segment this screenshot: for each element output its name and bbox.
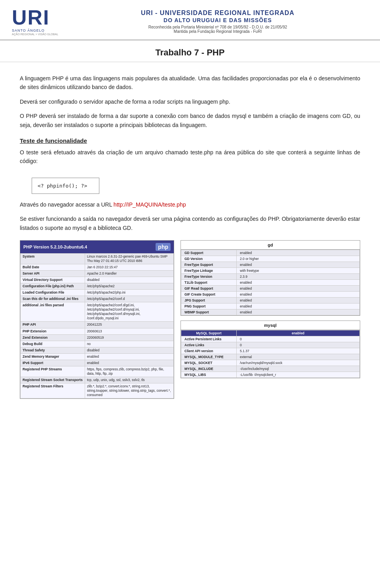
screenshots-area: PHP Version 5.2.10-2ubuntu6.4 php System… — [20, 240, 360, 399]
logo-block: URI SANTO ÂNGELO AÇÃO REGIONAL > VISÃO G… — [12, 7, 59, 36]
page-title: Trabalho 7 - PHP — [0, 47, 380, 58]
table-row: IPv6 Supportenabled — [21, 360, 174, 366]
table-row: MYSQL_LIBS-L/usr/lib -l/mysqlclient_r — [181, 372, 360, 377]
table-row: Configuration File (php.ini) Path/etc/ph… — [21, 283, 174, 290]
php-info-table: SystemLinux marcos 2.6.31-22-generic pae… — [20, 253, 174, 398]
table-row: MySQL Supportenabled — [181, 330, 360, 336]
table-row: Debug Buildno — [21, 341, 174, 347]
logo-tagline: AÇÃO REGIONAL > VISÃO GLOBAL — [12, 33, 58, 36]
table-row: PHP API20041225 — [21, 322, 174, 328]
table-row: MYSQL_SOCKET/var/run/mysqld/mysqld.sock — [181, 360, 360, 366]
page-title-wrap: Trabalho 7 - PHP — [0, 40, 380, 62]
main-content: A linguagem PHP é uma das linguagens mai… — [0, 62, 380, 411]
table-row: GIF Create Supportenabled — [181, 291, 360, 297]
table-row: FreeType Linkagewith freetype — [181, 267, 360, 273]
mysql-table-title: mysql — [181, 321, 360, 330]
code-block: <? phpinfo(); ?> — [32, 178, 99, 194]
table-row: Client API version5.1.37 — [181, 348, 360, 354]
php-logo: php — [156, 243, 171, 251]
conclusion-paragraph: Se estiver funcionando a saída no navega… — [20, 214, 360, 232]
university-name-line1: URI - UNIVERSIDADE REGIONAL INTEGRADA — [67, 9, 368, 17]
table-row: Registered Stream Socket Transportstcp, … — [21, 377, 174, 383]
logo-uri-text: URI — [12, 7, 50, 28]
table-row: Server APIApache 2.0 Handler — [21, 271, 174, 277]
url-paragraph: Através do navegador acessar a URL http:… — [20, 200, 360, 209]
table-row: T1Lib Supportenabled — [181, 279, 360, 285]
header-center: URI - UNIVERSIDADE REGIONAL INTEGRADA DO… — [67, 9, 368, 34]
university-name-line2: DO ALTO URUGUAI E DAS MISSÕES — [67, 17, 368, 23]
mysql-info-table: MySQL SupportenabledActive Persistent Li… — [181, 330, 360, 378]
table-row: FreeType Supportenabled — [181, 262, 360, 267]
table-row: Registered Stream Filterszlib.*, bzip2.*… — [21, 383, 174, 398]
url-link[interactable]: http://IP_MAQUINA/teste.php — [114, 201, 186, 208]
table-row: Virtual Directory Supportdisabled — [21, 277, 174, 283]
php-install-paragraph: O PHP deverá ser instalado de forma a da… — [20, 112, 360, 129]
intro-paragraph: A linguagem PHP é uma das linguagens mai… — [20, 74, 360, 92]
table-row: MYSQL_MODULE_TYPEexternal — [181, 354, 360, 360]
table-row: GD Supportenabled — [181, 250, 360, 256]
portaria-text: Reconhecida pela Portaria Ministerial nº… — [67, 25, 368, 29]
table-row: Scan this dir for additional .ini files/… — [21, 296, 174, 302]
php-version-label: PHP Version 5.2.10-2ubuntu6.4 — [23, 245, 87, 249]
table-row: PHP Extension20060613 — [21, 328, 174, 334]
php-info-header: PHP Version 5.2.10-2ubuntu6.4 php — [20, 241, 174, 253]
php-info-box: PHP Version 5.2.10-2ubuntu6.4 php System… — [20, 240, 174, 399]
table-row: FreeType Version2.3.9 — [181, 273, 360, 279]
mysql-table-wrap: mysql MySQL SupportenabledActive Persist… — [180, 321, 360, 378]
table-row: Active Links0 — [181, 342, 360, 348]
table-row: Zend Extension220060519 — [21, 334, 174, 341]
table-row: SystemLinux marcos 2.6.31-22-generic pae… — [21, 253, 174, 264]
table-row: MYSQL_INCLUDE-I/usr/include/mysql — [181, 366, 360, 372]
table-row: Build DateJan 6 2010 22:15:47 — [21, 264, 174, 271]
table-row: GD Version2.0 or higher — [181, 256, 360, 262]
apache-paragraph: Deverá ser configurado o servidor apache… — [20, 97, 360, 106]
mantida-text: Mantida pela Fundação Regional Integrada… — [67, 29, 368, 34]
table-row: additional .ini files parsed/etc/php5/ap… — [21, 302, 174, 322]
table-row: Thread Safetydisabled — [21, 347, 174, 353]
table-row: JPG Supportenabled — [181, 297, 360, 303]
page-header: URI SANTO ÂNGELO AÇÃO REGIONAL > VISÃO G… — [0, 0, 380, 40]
table-row: WBMP Supportenabled — [181, 309, 360, 315]
right-tables: gd GD SupportenabledGD Version2.0 or hig… — [180, 240, 360, 378]
url-prefix: Através do navegador acessar a URL — [20, 201, 114, 208]
gd-info-table: GD SupportenabledGD Version2.0 or higher… — [181, 250, 360, 315]
section-heading: Teste de funcionalidade — [20, 137, 360, 144]
gd-table-title: gd — [181, 241, 360, 250]
table-row: Zend Memory Managerenabled — [21, 353, 174, 360]
gd-table-wrap: gd GD SupportenabledGD Version2.0 or hig… — [180, 240, 360, 316]
test-description-paragraph: O teste será efetuado através da criação… — [20, 148, 360, 166]
table-row: PNG Supportenabled — [181, 303, 360, 309]
table-row: GIF Read Supportenabled — [181, 285, 360, 291]
logo-subtitle: SANTO ÂNGELO — [12, 28, 45, 32]
table-row: Active Persistent Links0 — [181, 336, 360, 342]
code-content: <? phpinfo(); ?> — [38, 183, 87, 189]
table-row: Registered PHP Streamshttps, ftps, compr… — [21, 366, 174, 377]
table-row: Loaded Configuration File/etc/php5/apach… — [21, 290, 174, 296]
